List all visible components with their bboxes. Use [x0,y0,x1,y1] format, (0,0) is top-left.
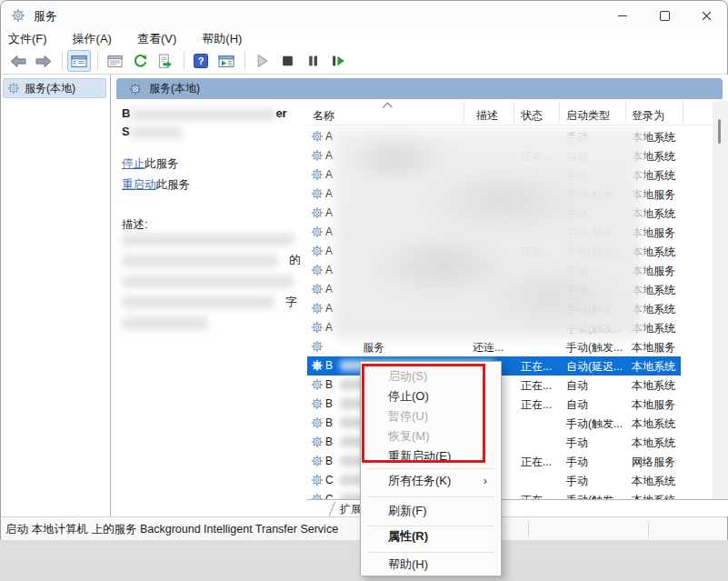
status-cell: 正在... [521,493,552,499]
menu-item-refresh[interactable]: 刷新(F) [362,501,500,521]
start-icon [255,54,269,68]
stop-service-link[interactable]: 停止 [122,157,145,170]
table-row[interactable]: A手动(触发...本地服务 [307,223,713,242]
pane-header-title: 服务(本地) [149,81,200,96]
service-name-letter: A [325,321,333,334]
console-tree-button[interactable] [67,50,91,72]
menu-separator [367,552,494,553]
table-row[interactable]: A正在...自动本地系统 [307,146,713,165]
tree-item-services-local[interactable]: 服务(本地) [3,78,106,98]
toolbar-separator [244,52,245,70]
menu-view[interactable]: 查看(V) [137,30,185,48]
logon-cell: 本地系统 [632,359,675,375]
maximize-button[interactable] [643,1,685,30]
link-suffix: 此服务 [145,157,179,170]
column-separator[interactable] [683,103,683,123]
column-header-desc[interactable]: 描述 [476,108,498,124]
service-name-letter: A [325,149,333,162]
menu-item-start: 启动(S) [362,366,500,386]
blurred-description-line [122,254,278,267]
menu-item-help[interactable]: 帮助(H) [362,555,500,575]
logon-cell: 本地系统 [632,416,675,432]
service-gear-icon [311,245,324,257]
column-separator[interactable] [514,103,514,123]
stop-icon [281,54,294,68]
menu-item-restart[interactable]: 重新启动(E) [362,446,500,466]
logon-cell: 本地系统 [632,493,675,499]
back-button[interactable] [6,50,30,72]
service-title-line1: Ber [122,106,287,120]
table-row[interactable]: A手动(触发...本地服务 [307,185,713,204]
menu-file[interactable]: 文件(F) [8,30,56,48]
table-row[interactable]: A手动本地系统 [307,127,713,146]
forward-button[interactable] [32,50,55,72]
properties-button[interactable] [103,50,126,72]
pane-header-gear-icon [129,83,142,95]
startup-type-cell: 手动 [566,474,588,489]
service-name-letter: A [325,168,333,181]
startup-type-cell: 手动 [566,455,588,470]
logon-cell: 本地系统 [632,149,675,165]
service-gear-icon [311,168,324,181]
close-button[interactable] [685,1,727,30]
menu-action[interactable]: 操作(A) [73,30,121,48]
table-row[interactable]: A手动(触发...本地系统 [307,299,713,318]
status-separator [528,521,529,536]
restart-service-link[interactable]: 重启动 [122,178,156,191]
service-name-letter: C [325,493,334,499]
service-name-letter: B [325,455,333,467]
logon-cell: 本地服务 [632,340,675,356]
startup-type-cell: 自动 [566,149,588,165]
menu-help[interactable]: 帮助(H) [202,30,251,48]
start-service-button[interactable] [250,50,274,72]
logon-cell: 本地服务 [632,225,675,241]
startup-type-cell: 手动(触发... [566,225,623,241]
column-separator[interactable] [559,103,560,123]
action-pane-icon [218,55,234,68]
help-icon: ? [194,54,208,68]
blurred-description-line [122,296,274,309]
menu-item-all-tasks[interactable]: 所有任务(K) › [362,471,500,491]
table-row[interactable]: A手动(触发...本地系统 [307,318,713,337]
column-header-status[interactable]: 状态 [521,108,543,124]
action-pane-button[interactable] [214,50,238,72]
table-row[interactable]: A正在...手动(触发...本地系统 [307,242,713,261]
column-header-type[interactable]: 启动类型 [566,108,610,124]
table-row[interactable]: A手动本地服务 [307,261,713,280]
submenu-arrow-icon: › [484,471,487,491]
service-gear-icon [311,340,324,353]
service-gear-icon [311,283,324,296]
restart-service-button[interactable] [326,50,350,72]
scrollbar-thumb[interactable] [718,119,721,144]
status-cell: 正在... [521,455,552,470]
tab-extended[interactable]: 扩展 [340,502,362,517]
column-separator[interactable] [625,103,626,123]
refresh-button[interactable] [128,50,152,72]
vertical-scrollbar[interactable] [713,101,728,499]
table-row[interactable]: A手动本地系统 [307,165,713,185]
service-info-panel: Ber S 停止此服务 重启动此服务 描述: 的 字 [116,99,307,499]
export-list-button[interactable] [154,50,177,72]
screen: 服务 文件(F) 操作(A) 查看(V) 帮助(H) [0,0,728,581]
stop-service-button[interactable] [275,50,299,72]
table-row[interactable]: A手动本地系统 [307,204,713,223]
logon-cell: 本地系统 [632,283,675,298]
column-separator[interactable] [464,103,464,123]
column-header-name[interactable]: 名称 [313,108,334,124]
help-button[interactable]: ? [189,50,213,72]
status-cell: 正在... [521,397,552,413]
pause-service-button[interactable] [301,50,324,72]
logon-cell: 本地系统 [632,302,675,317]
table-row[interactable]: A手动本地系统 [307,280,713,299]
menu-item-stop[interactable]: 停止(O) [362,386,500,406]
service-name-letter: A [325,245,333,257]
menu-item-properties[interactable]: 属性(R) [362,526,500,546]
column-header-logon[interactable]: 登录为 [632,108,664,124]
startup-type-cell: 自动 [566,397,588,413]
service-gear-icon [311,206,324,219]
table-row[interactable]: 服务还连...手动(触发...本地服务 [307,337,713,356]
description-fragment: 字 [285,295,297,310]
service-gear-icon [311,474,324,486]
minimize-button[interactable] [602,1,643,30]
logon-cell: 本地系统 [632,378,675,394]
